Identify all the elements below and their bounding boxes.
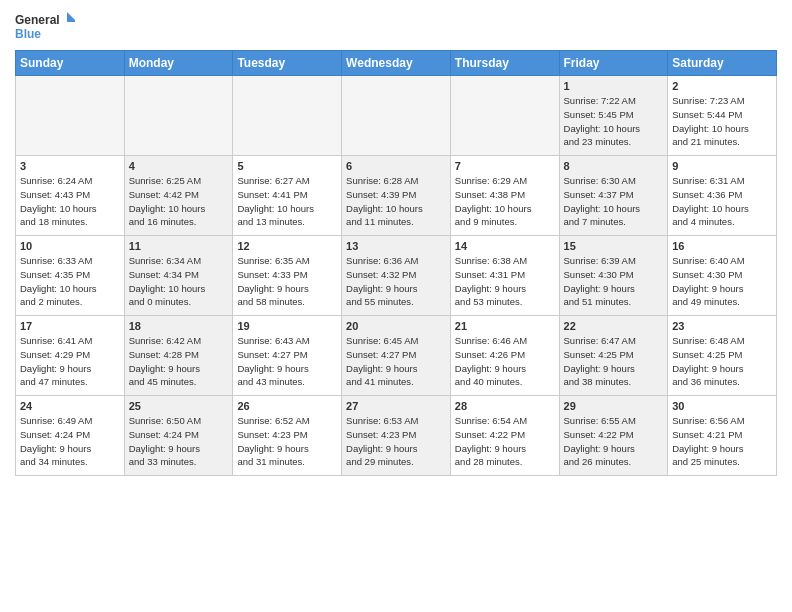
day-info: Sunrise: 6:31 AMSunset: 4:36 PMDaylight:…: [672, 174, 772, 229]
week-row-0: 1Sunrise: 7:22 AMSunset: 5:45 PMDaylight…: [16, 76, 777, 156]
day-number: 5: [237, 160, 337, 172]
day-info: Sunrise: 6:27 AMSunset: 4:41 PMDaylight:…: [237, 174, 337, 229]
day-info: Sunrise: 6:39 AMSunset: 4:30 PMDaylight:…: [564, 254, 664, 309]
weekday-header-sunday: Sunday: [16, 51, 125, 76]
day-number: 18: [129, 320, 229, 332]
day-number: 8: [564, 160, 664, 172]
day-info: Sunrise: 6:42 AMSunset: 4:28 PMDaylight:…: [129, 334, 229, 389]
svg-text:General: General: [15, 13, 60, 27]
day-info: Sunrise: 6:30 AMSunset: 4:37 PMDaylight:…: [564, 174, 664, 229]
day-info: Sunrise: 6:47 AMSunset: 4:25 PMDaylight:…: [564, 334, 664, 389]
week-row-3: 17Sunrise: 6:41 AMSunset: 4:29 PMDayligh…: [16, 316, 777, 396]
day-info: Sunrise: 6:35 AMSunset: 4:33 PMDaylight:…: [237, 254, 337, 309]
day-info: Sunrise: 6:53 AMSunset: 4:23 PMDaylight:…: [346, 414, 446, 469]
weekday-header-row: SundayMondayTuesdayWednesdayThursdayFrid…: [16, 51, 777, 76]
day-number: 7: [455, 160, 555, 172]
calendar-cell: 27Sunrise: 6:53 AMSunset: 4:23 PMDayligh…: [342, 396, 451, 476]
week-row-4: 24Sunrise: 6:49 AMSunset: 4:24 PMDayligh…: [16, 396, 777, 476]
day-number: 16: [672, 240, 772, 252]
calendar-cell: 30Sunrise: 6:56 AMSunset: 4:21 PMDayligh…: [668, 396, 777, 476]
calendar-cell: 22Sunrise: 6:47 AMSunset: 4:25 PMDayligh…: [559, 316, 668, 396]
day-info: Sunrise: 6:33 AMSunset: 4:35 PMDaylight:…: [20, 254, 120, 309]
weekday-header-thursday: Thursday: [450, 51, 559, 76]
day-number: 10: [20, 240, 120, 252]
day-info: Sunrise: 6:54 AMSunset: 4:22 PMDaylight:…: [455, 414, 555, 469]
calendar-cell: 12Sunrise: 6:35 AMSunset: 4:33 PMDayligh…: [233, 236, 342, 316]
day-info: Sunrise: 6:46 AMSunset: 4:26 PMDaylight:…: [455, 334, 555, 389]
weekday-header-friday: Friday: [559, 51, 668, 76]
calendar-cell: 8Sunrise: 6:30 AMSunset: 4:37 PMDaylight…: [559, 156, 668, 236]
calendar-cell: 5Sunrise: 6:27 AMSunset: 4:41 PMDaylight…: [233, 156, 342, 236]
day-info: Sunrise: 6:34 AMSunset: 4:34 PMDaylight:…: [129, 254, 229, 309]
day-number: 29: [564, 400, 664, 412]
calendar-cell: 3Sunrise: 6:24 AMSunset: 4:43 PMDaylight…: [16, 156, 125, 236]
calendar-cell: [342, 76, 451, 156]
day-number: 22: [564, 320, 664, 332]
calendar-cell: 23Sunrise: 6:48 AMSunset: 4:25 PMDayligh…: [668, 316, 777, 396]
calendar-cell: 20Sunrise: 6:45 AMSunset: 4:27 PMDayligh…: [342, 316, 451, 396]
day-info: Sunrise: 6:25 AMSunset: 4:42 PMDaylight:…: [129, 174, 229, 229]
day-info: Sunrise: 6:40 AMSunset: 4:30 PMDaylight:…: [672, 254, 772, 309]
header: General Blue: [15, 10, 777, 42]
calendar-cell: 7Sunrise: 6:29 AMSunset: 4:38 PMDaylight…: [450, 156, 559, 236]
calendar-cell: 28Sunrise: 6:54 AMSunset: 4:22 PMDayligh…: [450, 396, 559, 476]
day-number: 12: [237, 240, 337, 252]
day-number: 24: [20, 400, 120, 412]
calendar-table: SundayMondayTuesdayWednesdayThursdayFrid…: [15, 50, 777, 476]
day-number: 27: [346, 400, 446, 412]
calendar-cell: 17Sunrise: 6:41 AMSunset: 4:29 PMDayligh…: [16, 316, 125, 396]
day-info: Sunrise: 6:55 AMSunset: 4:22 PMDaylight:…: [564, 414, 664, 469]
calendar-cell: 29Sunrise: 6:55 AMSunset: 4:22 PMDayligh…: [559, 396, 668, 476]
day-info: Sunrise: 6:29 AMSunset: 4:38 PMDaylight:…: [455, 174, 555, 229]
day-info: Sunrise: 6:24 AMSunset: 4:43 PMDaylight:…: [20, 174, 120, 229]
day-info: Sunrise: 7:23 AMSunset: 5:44 PMDaylight:…: [672, 94, 772, 149]
day-number: 19: [237, 320, 337, 332]
calendar-cell: 14Sunrise: 6:38 AMSunset: 4:31 PMDayligh…: [450, 236, 559, 316]
calendar-cell: 21Sunrise: 6:46 AMSunset: 4:26 PMDayligh…: [450, 316, 559, 396]
day-number: 26: [237, 400, 337, 412]
calendar-cell: 19Sunrise: 6:43 AMSunset: 4:27 PMDayligh…: [233, 316, 342, 396]
weekday-header-tuesday: Tuesday: [233, 51, 342, 76]
page-container: General Blue SundayMondayTuesdayWednesda…: [0, 0, 792, 486]
svg-text:Blue: Blue: [15, 27, 41, 41]
day-number: 17: [20, 320, 120, 332]
calendar-cell: 18Sunrise: 6:42 AMSunset: 4:28 PMDayligh…: [124, 316, 233, 396]
calendar-cell: [124, 76, 233, 156]
day-info: Sunrise: 6:52 AMSunset: 4:23 PMDaylight:…: [237, 414, 337, 469]
day-number: 30: [672, 400, 772, 412]
day-number: 28: [455, 400, 555, 412]
weekday-header-saturday: Saturday: [668, 51, 777, 76]
day-number: 9: [672, 160, 772, 172]
calendar-cell: 1Sunrise: 7:22 AMSunset: 5:45 PMDaylight…: [559, 76, 668, 156]
calendar-cell: 26Sunrise: 6:52 AMSunset: 4:23 PMDayligh…: [233, 396, 342, 476]
day-info: Sunrise: 6:49 AMSunset: 4:24 PMDaylight:…: [20, 414, 120, 469]
calendar-cell: 6Sunrise: 6:28 AMSunset: 4:39 PMDaylight…: [342, 156, 451, 236]
day-number: 2: [672, 80, 772, 92]
calendar-cell: 16Sunrise: 6:40 AMSunset: 4:30 PMDayligh…: [668, 236, 777, 316]
calendar-cell: 10Sunrise: 6:33 AMSunset: 4:35 PMDayligh…: [16, 236, 125, 316]
svg-marker-2: [67, 12, 75, 22]
week-row-1: 3Sunrise: 6:24 AMSunset: 4:43 PMDaylight…: [16, 156, 777, 236]
logo-svg: General Blue: [15, 10, 75, 42]
day-number: 3: [20, 160, 120, 172]
day-number: 23: [672, 320, 772, 332]
week-row-2: 10Sunrise: 6:33 AMSunset: 4:35 PMDayligh…: [16, 236, 777, 316]
day-info: Sunrise: 7:22 AMSunset: 5:45 PMDaylight:…: [564, 94, 664, 149]
day-info: Sunrise: 6:50 AMSunset: 4:24 PMDaylight:…: [129, 414, 229, 469]
day-number: 20: [346, 320, 446, 332]
day-number: 4: [129, 160, 229, 172]
weekday-header-monday: Monday: [124, 51, 233, 76]
day-info: Sunrise: 6:48 AMSunset: 4:25 PMDaylight:…: [672, 334, 772, 389]
day-info: Sunrise: 6:28 AMSunset: 4:39 PMDaylight:…: [346, 174, 446, 229]
day-number: 13: [346, 240, 446, 252]
day-number: 1: [564, 80, 664, 92]
day-info: Sunrise: 6:43 AMSunset: 4:27 PMDaylight:…: [237, 334, 337, 389]
calendar-cell: [16, 76, 125, 156]
logo: General Blue: [15, 10, 75, 42]
calendar-cell: 13Sunrise: 6:36 AMSunset: 4:32 PMDayligh…: [342, 236, 451, 316]
weekday-header-wednesday: Wednesday: [342, 51, 451, 76]
day-info: Sunrise: 6:45 AMSunset: 4:27 PMDaylight:…: [346, 334, 446, 389]
calendar-cell: 11Sunrise: 6:34 AMSunset: 4:34 PMDayligh…: [124, 236, 233, 316]
day-number: 6: [346, 160, 446, 172]
calendar-cell: [450, 76, 559, 156]
